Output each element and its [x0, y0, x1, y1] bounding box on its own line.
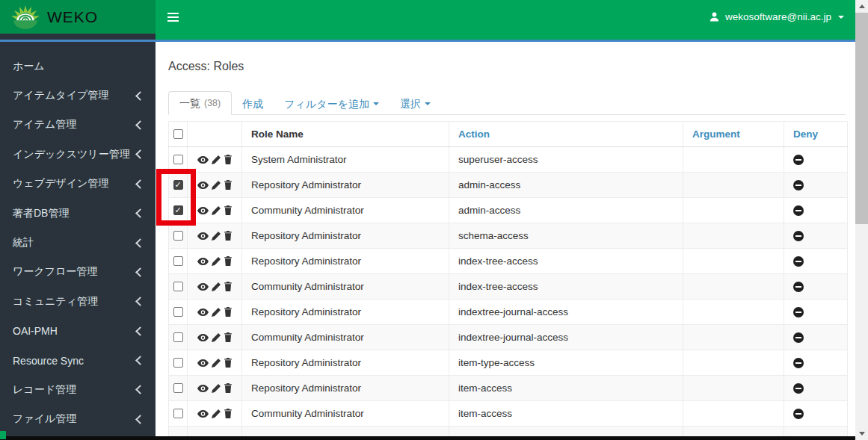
row-actions: [188, 231, 241, 241]
trash-icon[interactable]: [224, 332, 233, 342]
row-checkbox[interactable]: [173, 358, 183, 368]
eye-icon[interactable]: [197, 257, 209, 266]
select-all-checkbox[interactable]: [173, 129, 183, 139]
user-email: wekosoftware@nii.ac.jp: [725, 11, 831, 22]
trash-icon[interactable]: [224, 282, 233, 291]
sidebar-menu: ホーム アイテムタイプ管理 アイテム管理 インデックスツリー管理: [0, 52, 156, 434]
sidebar-item-label: ホーム: [13, 60, 45, 73]
trash-icon[interactable]: [224, 155, 233, 164]
trash-icon[interactable]: [224, 205, 233, 215]
pencil-icon[interactable]: [212, 282, 221, 291]
eye-icon[interactable]: [197, 282, 209, 291]
table-row: Community Administrator admin-access: [169, 198, 848, 223]
eye-icon[interactable]: [197, 359, 209, 368]
minus-circle-icon: [793, 256, 804, 267]
eye-icon[interactable]: [197, 384, 209, 393]
sidebar-item[interactable]: コミュニティ管理: [0, 287, 156, 316]
eye-icon[interactable]: [197, 409, 209, 418]
row-actions: [188, 409, 241, 418]
role-name-cell: Community Administrator: [242, 401, 449, 427]
pencil-icon[interactable]: [212, 232, 221, 241]
eye-icon[interactable]: [197, 308, 209, 317]
roles-table: Role Name Action Argument Deny: [168, 121, 848, 440]
eye-icon[interactable]: [197, 206, 209, 215]
tab[interactable]: フィルターを追加: [274, 93, 390, 115]
sidebar-item[interactable]: ホーム: [0, 52, 156, 81]
sidebar-item-label: ワークフロー管理: [13, 265, 97, 279]
minus-circle-icon: [793, 332, 804, 343]
eye-icon[interactable]: [197, 232, 209, 241]
tab[interactable]: 一覧 (38): [168, 91, 232, 115]
row-checkbox[interactable]: [173, 155, 183, 164]
scroll-up-button[interactable]: [855, 0, 868, 13]
row-checkbox[interactable]: [173, 383, 183, 393]
pencil-icon[interactable]: [212, 409, 221, 418]
row-checkbox[interactable]: [173, 231, 183, 241]
trash-icon[interactable]: [224, 409, 233, 418]
trash-icon[interactable]: [224, 256, 233, 266]
tab-count: (38): [204, 96, 221, 111]
sidebar-item[interactable]: ウェブデザイン管理: [0, 170, 156, 199]
pencil-icon[interactable]: [212, 384, 221, 393]
trash-icon[interactable]: [224, 383, 233, 393]
pencil-icon[interactable]: [212, 308, 221, 317]
eye-icon[interactable]: [197, 181, 209, 190]
trash-icon[interactable]: [224, 358, 233, 368]
tab-label: フィルターを追加: [284, 96, 369, 111]
eye-icon[interactable]: [197, 333, 209, 342]
action-cell: index-tree-access: [449, 249, 683, 274]
chevron-left-icon: [135, 120, 145, 130]
brand-name: WEKO: [47, 8, 98, 26]
sidebar-item[interactable]: インデックスツリー管理: [0, 140, 156, 169]
action-cell: item-access: [449, 401, 683, 427]
tab[interactable]: 作成: [232, 93, 274, 115]
row-checkbox[interactable]: [173, 282, 183, 291]
argument-cell: [683, 350, 784, 376]
user-menu[interactable]: wekosoftware@nii.ac.jp: [709, 11, 844, 22]
row-actions: [188, 256, 241, 266]
pencil-icon[interactable]: [212, 257, 221, 266]
hamburger-menu-icon[interactable]: [156, 0, 190, 34]
pencil-icon[interactable]: [212, 333, 221, 342]
trash-icon[interactable]: [224, 307, 233, 317]
column-header-deny[interactable]: Deny: [784, 122, 848, 147]
sidebar-item[interactable]: ファイル管理: [0, 405, 156, 434]
sidebar-item[interactable]: レコード管理: [0, 375, 156, 404]
app-logo[interactable]: WEKO: [0, 0, 156, 40]
weko-logo-icon: [10, 4, 40, 31]
row-checkbox[interactable]: [173, 332, 183, 342]
scrollbar-thumb[interactable]: [855, 13, 868, 224]
sidebar-item[interactable]: アイテム管理: [0, 111, 156, 140]
pencil-icon[interactable]: [212, 155, 221, 164]
row-actions: [188, 155, 241, 164]
vertical-scrollbar[interactable]: [855, 0, 868, 440]
trash-icon[interactable]: [224, 180, 233, 190]
scroll-down-button[interactable]: [855, 427, 868, 440]
role-name-cell: Repository Administrator: [242, 376, 449, 401]
column-header-argument[interactable]: Argument: [683, 122, 784, 147]
trash-icon[interactable]: [224, 231, 233, 241]
pencil-icon[interactable]: [212, 181, 221, 190]
pencil-icon[interactable]: [212, 206, 221, 215]
eye-icon[interactable]: [197, 155, 209, 164]
sidebar-item-label: コミュニティ管理: [13, 295, 98, 309]
row-checkbox[interactable]: [173, 205, 183, 215]
pencil-icon[interactable]: [212, 359, 221, 368]
row-checkbox[interactable]: [173, 256, 183, 266]
sidebar-item[interactable]: 統計: [0, 228, 156, 257]
chevron-left-icon: [135, 91, 145, 101]
sidebar-item[interactable]: Resource Sync: [0, 346, 156, 375]
sidebar-item[interactable]: アイテムタイプ管理: [0, 81, 156, 110]
row-checkbox[interactable]: [173, 409, 183, 418]
sidebar-item[interactable]: OAI-PMH: [0, 317, 156, 346]
row-checkbox[interactable]: [173, 180, 183, 190]
chevron-left-icon: [135, 385, 145, 395]
row-checkbox[interactable]: [173, 307, 183, 317]
action-cell: index-tree-access: [449, 274, 683, 300]
sidebar-item[interactable]: ワークフロー管理: [0, 258, 156, 287]
column-header-action[interactable]: Action: [449, 122, 683, 147]
sidebar-item[interactable]: 著者DB管理: [0, 199, 156, 228]
arrow-down-icon: [859, 432, 865, 436]
minus-circle-icon: [793, 231, 804, 241]
tab[interactable]: 選択: [390, 93, 441, 115]
